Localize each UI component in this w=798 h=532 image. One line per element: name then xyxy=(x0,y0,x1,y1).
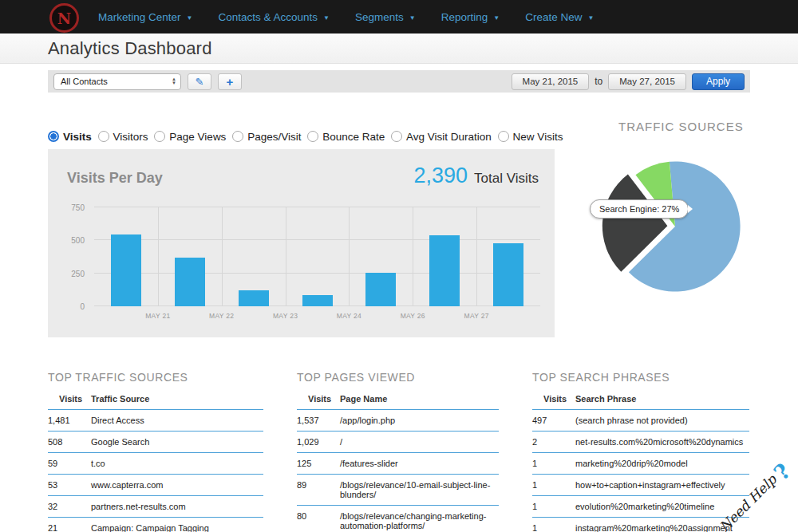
table-row: 1evolution%20marketing%20timeline xyxy=(532,496,749,518)
traffic-pie xyxy=(598,150,752,303)
plus-icon: + xyxy=(227,75,234,89)
bar-may-23[interactable] xyxy=(239,290,269,306)
table-row: 508Google Search xyxy=(48,432,263,453)
date-from-button[interactable]: May 21, 2015 xyxy=(512,73,590,90)
tables-section: TOP TRAFFIC SOURCESVisitsTraffic Source1… xyxy=(48,371,750,532)
metric-radio-bounce-rate[interactable]: Bounce Rate xyxy=(307,131,385,143)
report-title: TOP PAGES VIEWED xyxy=(297,371,499,384)
visits-cell: 21 xyxy=(48,518,91,532)
apply-button[interactable]: Apply xyxy=(692,73,745,90)
chevron-down-icon: ▼ xyxy=(493,13,500,22)
nav-items: Marketing Center▼Contacts & Accounts▼Seg… xyxy=(98,10,619,24)
bar-series xyxy=(94,207,540,306)
bar-column xyxy=(222,207,286,306)
bar-may-25[interactable] xyxy=(365,273,396,306)
bar-column xyxy=(158,207,222,306)
traffic-sources-title: TRAFFIC SOURCES xyxy=(618,120,744,133)
contact-select[interactable]: All Contacts ▲▼ xyxy=(53,73,181,90)
name-cell: /blogs/relevance/10-email-subject-line-b… xyxy=(340,475,499,506)
name-cell: t.co xyxy=(91,453,263,475)
visits-cell: 1 xyxy=(532,518,575,532)
bar-may-24[interactable] xyxy=(302,295,333,306)
nav-item-create-new[interactable]: Create New▼ xyxy=(525,11,594,23)
radio-icon xyxy=(391,131,402,142)
visits-cell: 1 xyxy=(532,475,575,496)
pencil-icon: ✎ xyxy=(196,76,204,88)
bar-plot: 0250500750 xyxy=(94,207,540,306)
table-row: 1,029/ xyxy=(297,432,499,453)
nav-item-marketing-center[interactable]: Marketing Center▼ xyxy=(98,11,192,23)
radio-icon xyxy=(232,131,243,142)
bar-column xyxy=(94,207,158,306)
column-header: Page Name xyxy=(340,391,499,410)
visits-cell: 89 xyxy=(297,475,340,506)
page-header: Analytics Dashboard xyxy=(0,33,798,64)
bar-may-27[interactable] xyxy=(493,243,523,306)
net-results-logo-icon[interactable]: N xyxy=(49,3,79,33)
radio-icon xyxy=(307,131,318,142)
nav-item-label: Create New xyxy=(525,11,582,23)
x-axis: MAY 21MAY 22MAY 23MAY 24MAY 26MAY 27 xyxy=(94,312,540,325)
table-row: 125/features-slider xyxy=(297,453,499,475)
y-axis-label: 750 xyxy=(71,203,85,212)
visits-chart-panel: Visits Per Day 2,390 Total Visits 025050… xyxy=(48,149,555,337)
bar-may-22[interactable] xyxy=(175,258,205,306)
column-header: Search Phrase xyxy=(575,391,749,410)
x-axis-label: MAY 26 xyxy=(401,312,425,320)
nav-item-label: Segments xyxy=(355,11,404,23)
date-to-button[interactable]: May 27, 2015 xyxy=(608,73,686,90)
nav-item-reporting[interactable]: Reporting▼ xyxy=(441,11,500,23)
name-cell: /features-slider xyxy=(340,453,499,475)
visits-cell: 1 xyxy=(532,453,575,475)
table-row: 21Campaign: Campaign Tagging xyxy=(48,518,263,532)
table-row: 32partners.net-results.com xyxy=(48,496,263,518)
metric-radio-visits[interactable]: Visits xyxy=(48,131,92,143)
y-axis-label: 250 xyxy=(71,269,85,278)
metric-radio-visitors[interactable]: Visitors xyxy=(98,131,148,143)
bar-column xyxy=(286,207,350,306)
name-cell: how+to+caption+instagram+effectively xyxy=(575,475,749,496)
nav-item-label: Contacts & Accounts xyxy=(218,11,318,23)
chevron-down-icon: ▼ xyxy=(409,13,416,22)
add-segment-button[interactable]: + xyxy=(218,73,242,90)
visits-cell: 80 xyxy=(297,506,340,532)
filter-bar: All Contacts ▲▼ ✎ + May 21, 2015 to May … xyxy=(48,70,750,93)
x-axis-label: MAY 22 xyxy=(209,312,234,320)
radio-icon xyxy=(48,131,59,142)
table-row: 89/blogs/relevance/10-email-subject-line… xyxy=(297,475,499,506)
x-axis-label: MAY 27 xyxy=(464,312,489,320)
edit-segment-button[interactable]: ✎ xyxy=(188,73,211,90)
x-axis-label: MAY 23 xyxy=(273,312,298,320)
nav-item-segments[interactable]: Segments▼ xyxy=(355,11,416,23)
visits-cell: 2 xyxy=(532,432,575,453)
report-table: VisitsSearch Phrase497(search phrase not… xyxy=(532,391,749,532)
report-top-traffic-sources: TOP TRAFFIC SOURCESVisitsTraffic Source1… xyxy=(48,371,263,532)
visits-cell: 497 xyxy=(532,410,575,432)
metric-radio-avg-visit-duration[interactable]: Avg Visit Duration xyxy=(391,131,492,143)
radio-icon xyxy=(98,131,109,142)
report-title: TOP TRAFFIC SOURCES xyxy=(48,371,263,384)
bar-may-26[interactable] xyxy=(429,235,460,306)
y-axis-label: 500 xyxy=(71,236,85,245)
name-cell: /blogs/relevance/changing-marketing-auto… xyxy=(340,506,499,532)
chevron-down-icon: ▼ xyxy=(187,13,193,22)
name-cell: (search phrase not provided) xyxy=(575,410,749,432)
metric-radio-new-visits[interactable]: New Visits xyxy=(498,131,563,143)
report-title: TOP SEARCH PHRASES xyxy=(532,371,749,384)
name-cell: Direct Access xyxy=(91,410,263,432)
table-row: 497(search phrase not provided) xyxy=(532,410,749,432)
name-cell: net-results.com%20microsoft%20dynamics xyxy=(575,432,749,453)
column-header: Traffic Source xyxy=(91,391,263,410)
radio-icon xyxy=(154,131,165,142)
y-axis: 0250500750 xyxy=(61,207,89,306)
bar-may-21[interactable] xyxy=(111,234,141,306)
nav-item-label: Reporting xyxy=(441,11,488,23)
metric-radio-page-views[interactable]: Page Views xyxy=(154,131,226,143)
name-cell: www.capterra.com xyxy=(91,475,263,496)
chevron-down-icon: ▼ xyxy=(587,13,594,22)
select-stepper-icon: ▲▼ xyxy=(172,77,178,85)
bar-column xyxy=(476,207,540,306)
table-row: 1,537/app/login.php xyxy=(297,410,499,432)
metric-radio-pages-visit[interactable]: Pages/Visit xyxy=(232,131,301,143)
nav-item-contacts-accounts[interactable]: Contacts & Accounts▼ xyxy=(218,11,330,23)
